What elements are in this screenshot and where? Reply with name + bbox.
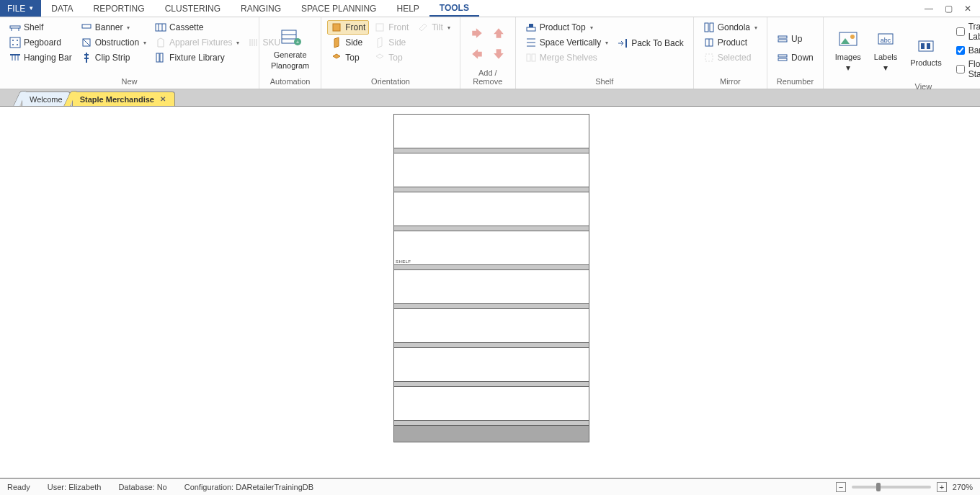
images-icon — [837, 28, 860, 51]
tab-close-button[interactable]: ✕ — [159, 95, 167, 103]
shelf-icon — [9, 22, 21, 33]
add-right-icon[interactable] — [471, 27, 484, 40]
banner-button[interactable]: Banner▾ — [77, 20, 150, 35]
hanging-bar-button[interactable]: Hanging Bar — [6, 50, 76, 65]
status-database: Database: No — [118, 483, 166, 491]
products-button[interactable]: Products — [904, 20, 947, 81]
menu-space-planning[interactable]: SPACE PLANNING — [291, 0, 386, 17]
add-up-icon[interactable] — [492, 27, 505, 40]
remove-left-icon[interactable] — [471, 48, 484, 61]
group-label-orientation: Orientation — [327, 76, 454, 89]
shelf-row[interactable] — [394, 309, 589, 348]
images-label: Images — [835, 53, 861, 62]
mirror-product-button[interactable]: Product — [700, 35, 761, 50]
menu-file-label: FILE — [7, 4, 25, 14]
minimize-button[interactable]: — — [922, 4, 936, 14]
caret-down-icon: ▾ — [127, 24, 130, 31]
floating-label: Floating Status — [968, 59, 980, 79]
ribbon-group-automation: + Generate Planogram Automation — [259, 17, 321, 89]
pegboard-button[interactable]: Pegboard — [6, 35, 76, 50]
sku-icon — [248, 37, 259, 48]
mirror-gondola-button[interactable]: Gondola▾ — [700, 20, 761, 35]
generate-planogram-button[interactable]: + Generate Planogram — [265, 20, 315, 76]
shelf-row[interactable] — [394, 153, 589, 192]
mirror-selected-button: Selected — [700, 50, 761, 65]
shelf-row[interactable] — [394, 192, 589, 231]
zoom-out-button[interactable]: − — [836, 482, 846, 492]
svg-rect-25 — [156, 53, 159, 62]
floating-status-checkbox[interactable]: Floating Status — [953, 58, 980, 81]
close-button[interactable]: ✕ — [961, 4, 974, 14]
down-label: Down — [791, 53, 814, 63]
shelf-row[interactable]: SHELF — [394, 231, 589, 270]
transparent-labels-checkbox[interactable]: Transparent Lab — [953, 20, 980, 43]
selected-icon — [703, 52, 715, 63]
space-vertically-button[interactable]: Space Vertically▾ — [522, 35, 612, 50]
gondola-base[interactable] — [394, 426, 589, 442]
orientation-top-button[interactable]: Top — [327, 50, 369, 65]
remove-down-icon[interactable] — [492, 48, 505, 61]
banners-checkbox[interactable]: Banners — [953, 44, 980, 57]
obstruction-icon — [81, 37, 92, 48]
products-icon — [914, 34, 937, 57]
front-label: Front — [345, 22, 365, 32]
menu-help[interactable]: HELP — [386, 0, 429, 17]
menu-file[interactable]: FILE ▼ — [0, 0, 41, 17]
images-button[interactable]: Images ▾ — [829, 20, 867, 81]
menu-tools[interactable]: TOOLS — [429, 0, 479, 17]
svg-rect-39 — [527, 54, 530, 61]
renumber-down-button[interactable]: Down — [773, 50, 817, 65]
zoom-slider-thumb[interactable] — [876, 483, 881, 491]
svg-text:+: + — [295, 39, 299, 45]
svg-rect-27 — [282, 30, 296, 43]
shelf-row[interactable] — [394, 270, 589, 309]
clip-strip-button[interactable]: Clip Strip — [77, 50, 150, 65]
merge-shelves-label: Merge Shelves — [540, 53, 597, 63]
generate-label-1: Generate — [274, 50, 307, 60]
caret-down-icon: ▾ — [143, 40, 146, 46]
menu-data[interactable]: DATA — [41, 0, 83, 17]
banner-icon — [81, 22, 92, 33]
shelf-button[interactable]: Shelf — [6, 20, 76, 35]
menu-reporting[interactable]: REPORTING — [84, 0, 155, 17]
shelf-row[interactable] — [394, 115, 589, 153]
shelf-text-label: SHELF — [396, 259, 411, 264]
menu-ranging[interactable]: RANGING — [231, 0, 291, 17]
shelf-row[interactable] — [394, 387, 589, 426]
svg-rect-26 — [160, 53, 163, 62]
ribbon-group-view: Images ▾ abc Labels ▾ Products Transpare… — [824, 17, 980, 89]
apparel-label: Apparel Fixtures — [169, 37, 232, 48]
product-label: Product — [718, 37, 747, 48]
menu-clustering[interactable]: CLUSTERING — [155, 0, 231, 17]
svg-marker-52 — [841, 38, 850, 44]
ribbon-group-shelf: Product Top▾ Space Vertically▾ Merge She… — [516, 17, 694, 89]
planogram[interactable]: SHELF — [393, 114, 589, 442]
canvas[interactable]: SHELF — [0, 107, 980, 479]
banners-label: Banners — [968, 45, 980, 55]
zoom-in-button[interactable]: + — [937, 482, 947, 492]
zoom-slider[interactable] — [852, 486, 931, 489]
orientation-front-button[interactable]: Front — [327, 20, 369, 35]
svg-text:abc: abc — [881, 37, 891, 44]
product-top-button[interactable]: Product Top▾ — [522, 20, 612, 35]
clip-strip-label: Clip Strip — [95, 53, 130, 63]
ribbon-group-renumber: Up Down Renumber — [767, 17, 824, 89]
transparent-label: Transparent Lab — [968, 22, 980, 42]
ribbon-group-new: Shelf Pegboard Hanging Bar Banner▾ Obstr… — [0, 17, 259, 89]
obstruction-label: Obstruction — [95, 37, 139, 48]
caps-side-button: Side — [370, 35, 412, 50]
pack-to-back-button[interactable]: Pack To Back — [613, 36, 687, 50]
orientation-side-button[interactable]: Side — [327, 35, 369, 50]
shelf-row[interactable] — [394, 348, 589, 387]
space-vertically-icon — [525, 37, 537, 48]
caps-top-icon — [374, 52, 386, 63]
labels-button[interactable]: abc Labels ▾ — [868, 20, 903, 81]
tab-staple-merchandise[interactable]: Staple Merchandise ✕ — [72, 92, 175, 106]
renumber-up-button[interactable]: Up — [773, 32, 817, 46]
maximize-button[interactable]: ▢ — [942, 4, 956, 14]
svg-rect-3 — [10, 37, 20, 48]
tab-welcome[interactable]: Welcome — [22, 92, 71, 106]
top-label: Top — [345, 53, 359, 63]
group-label-mirror: Mirror — [700, 76, 761, 89]
obstruction-button[interactable]: Obstruction▾ — [77, 35, 150, 50]
